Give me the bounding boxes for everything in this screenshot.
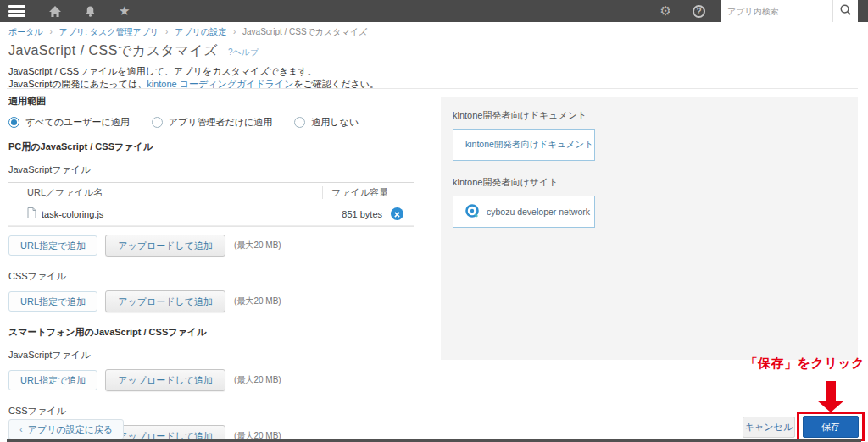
max-size-note: (最大20 MB) <box>234 240 281 251</box>
max-size-note: (最大20 MB) <box>234 296 281 307</box>
pc-css-upload-button[interactable]: アップロードして追加 <box>105 290 225 312</box>
file-icon <box>27 207 42 220</box>
navbar-end-strip <box>858 0 868 22</box>
red-arrow-down-icon <box>817 381 844 412</box>
hamburger-menu-icon[interactable] <box>8 5 25 17</box>
sp-js-add-url-button[interactable]: URL指定で追加 <box>8 370 97 390</box>
breadcrumb: ポータル › アプリ: タスク管理アプリ › アプリの設定 › JavaScri… <box>8 26 367 38</box>
sp-js-label: JavaScriptファイル <box>8 349 434 362</box>
sp-js-buttons: URL指定で追加 アップロードして追加 (最大20 MB) <box>8 369 434 391</box>
sp-js-upload-button[interactable]: アップロードして追加 <box>105 369 225 391</box>
pc-js-buttons: URL指定で追加 アップロードして追加 (最大20 MB) <box>8 235 434 257</box>
developer-site-label: kintone開発者向けサイト <box>453 176 858 189</box>
pc-css-buttons: URL指定で追加 アップロードして追加 (最大20 MB) <box>8 290 434 312</box>
scope-label: 適用範囲 <box>8 95 434 108</box>
search-input[interactable] <box>721 0 832 22</box>
notifications-bell-icon[interactable] <box>84 5 97 18</box>
chevron-left-icon: ‹ <box>19 424 23 434</box>
radio-apply-all-users[interactable]: すべてのユーザーに適用 <box>8 116 130 129</box>
annotation-click-save-text: 「保存」をクリック <box>737 356 865 372</box>
breadcrumb-app[interactable]: アプリ: タスク管理アプリ <box>59 27 159 36</box>
page-description: JavaScript / CSSファイルを適用して、アプリをカスタマイズできます… <box>8 65 379 91</box>
developer-docs-link-box[interactable]: kintone開発者向けドキュメント <box>453 129 595 161</box>
radio-label: 適用しない <box>311 116 359 129</box>
file-table-row: task-coloring.js 851 bytes <box>8 202 414 226</box>
pc-section-heading: PC用のJavaScript / CSSファイル <box>8 141 434 153</box>
breadcrumb-separator: › <box>233 27 236 36</box>
developer-links-panel: kintone開発者向けドキュメント kintone開発者向けドキュメント ki… <box>441 97 858 360</box>
navbar-left-icons: ★ <box>0 0 141 22</box>
description-line1: JavaScript / CSSファイルを適用して、アプリをカスタマイズできます… <box>8 66 317 76</box>
cybozu-developer-network-logo <box>465 204 481 219</box>
radio-label: アプリ管理者だけに適用 <box>169 116 273 129</box>
page-header: JavaScript / CSSでカスタマイズ?ヘルプ JavaScript /… <box>8 42 379 91</box>
navbar-right-icons: ⚙ ? <box>649 0 868 22</box>
file-size: 851 bytes <box>342 209 382 219</box>
breadcrumb-app-settings[interactable]: アプリの設定 <box>175 27 226 36</box>
radio-apply-none[interactable]: 適用しない <box>294 116 359 129</box>
max-size-note: (最大20 MB) <box>234 374 281 386</box>
radio-circle-icon <box>294 117 305 128</box>
pc-css-add-url-button[interactable]: URL指定で追加 <box>8 291 97 312</box>
home-icon[interactable] <box>48 5 62 18</box>
pc-css-label: CSSファイル <box>8 270 434 283</box>
scope-radio-group: すべてのユーザーに適用 アプリ管理者だけに適用 適用しない <box>8 116 434 129</box>
radio-circle-icon <box>152 117 163 128</box>
column-header-name: URL／ファイル名 <box>8 186 322 199</box>
smartphone-section-heading: スマートフォン用のJavaScript / CSSファイル <box>8 326 434 339</box>
radio-label: すべてのユーザーに適用 <box>25 116 130 129</box>
back-to-app-settings-button[interactable]: ‹ アプリの設定に戻る <box>8 419 124 439</box>
pc-js-upload-button[interactable]: アップロードして追加 <box>105 235 225 257</box>
search-icon <box>839 3 852 19</box>
settings-form: 適用範囲 すべてのユーザーに適用 アプリ管理者だけに適用 適用しない PC用のJ… <box>8 95 434 442</box>
pc-js-add-url-button[interactable]: URL指定で追加 <box>8 235 97 256</box>
app-search-box <box>721 0 858 22</box>
developer-site-link-box[interactable]: cybozu developer network <box>453 196 595 228</box>
breadcrumb-separator: › <box>49 27 52 36</box>
file-name: task-coloring.js <box>42 209 103 219</box>
close-icon <box>394 209 400 219</box>
pc-js-label: JavaScriptファイル <box>8 163 434 176</box>
breadcrumb-separator: › <box>165 27 168 36</box>
breadcrumb-current-page: JavaScript / CSSでカスタマイズ <box>242 27 367 36</box>
radio-apply-admins-only[interactable]: アプリ管理者だけに適用 <box>152 116 273 129</box>
column-header-size: ファイル容量 <box>322 186 414 199</box>
back-button-label: アプリの設定に戻る <box>28 423 114 436</box>
pc-js-file-table: URL／ファイル名 ファイル容量 task-coloring.js 851 by… <box>8 182 414 227</box>
help-link[interactable]: ?ヘルプ <box>228 47 259 57</box>
header-divider <box>7 88 858 89</box>
developer-docs-link[interactable]: kintone開発者向けドキュメント <box>465 139 593 151</box>
developer-docs-label: kintone開発者向けドキュメント <box>453 109 858 122</box>
breadcrumb-portal[interactable]: ポータル <box>8 27 43 36</box>
save-button[interactable]: 保存 <box>803 416 859 438</box>
help-icon[interactable]: ? <box>693 5 705 18</box>
developer-site-link[interactable]: cybozu developer network <box>487 207 590 217</box>
remove-file-button[interactable] <box>391 207 403 220</box>
page-title: JavaScript / CSSでカスタマイズ <box>8 42 218 60</box>
settings-gear-icon[interactable]: ⚙ <box>660 0 671 22</box>
sp-css-label: CSSファイル <box>8 405 434 417</box>
cancel-button[interactable]: キャンセル <box>743 417 795 438</box>
top-navbar: ★ ⚙ ? <box>0 0 868 22</box>
search-button[interactable] <box>832 0 858 22</box>
favorites-star-icon[interactable]: ★ <box>119 0 130 22</box>
radio-circle-icon <box>8 117 19 128</box>
file-table-header: URL／ファイル名 ファイル容量 <box>8 183 414 202</box>
